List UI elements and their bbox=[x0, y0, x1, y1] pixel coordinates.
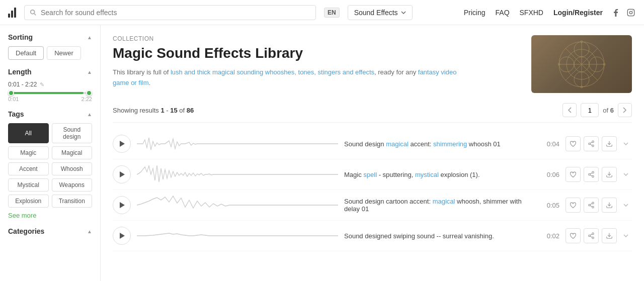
waveform-3 bbox=[137, 195, 338, 215]
sound-actions-4 bbox=[566, 228, 632, 243]
share-button-4[interactable] bbox=[584, 228, 599, 243]
instagram-icon[interactable] bbox=[626, 8, 636, 18]
share-button-1[interactable] bbox=[584, 136, 599, 151]
sort-newer-button[interactable]: Newer bbox=[47, 46, 81, 60]
heart-icon-2 bbox=[570, 171, 577, 177]
search-box[interactable] bbox=[24, 5, 316, 20]
length-chevron: ▲ bbox=[87, 69, 92, 75]
download-button-3[interactable] bbox=[602, 198, 617, 213]
header: EN Sound Effects Pricing FAQ SFXHD Login… bbox=[0, 0, 644, 25]
svg-point-38 bbox=[592, 233, 594, 235]
logo-bar-2 bbox=[11, 11, 13, 18]
play-icon-1 bbox=[120, 141, 125, 147]
tag-transition[interactable]: Transition bbox=[52, 195, 93, 208]
tag-magical[interactable]: Magical bbox=[52, 146, 93, 159]
waveform-4 bbox=[137, 226, 338, 246]
prev-page-button[interactable] bbox=[562, 103, 577, 117]
sound-effects-button[interactable]: Sound Effects bbox=[348, 5, 413, 20]
search-input[interactable] bbox=[41, 9, 310, 17]
play-icon-4 bbox=[120, 233, 125, 239]
svg-point-20 bbox=[592, 141, 594, 143]
length-edit-icon[interactable]: ✎ bbox=[40, 81, 44, 88]
download-icon-1 bbox=[606, 140, 613, 147]
length-slider[interactable] bbox=[8, 92, 92, 94]
favorite-button-4[interactable] bbox=[566, 228, 581, 243]
slider-thumb-right[interactable] bbox=[86, 90, 92, 96]
faq-link[interactable]: FAQ bbox=[496, 9, 510, 17]
svg-line-30 bbox=[590, 173, 592, 174]
highlight-magical-3: magical bbox=[433, 198, 455, 205]
svg-point-3 bbox=[629, 11, 632, 14]
favorite-button-2[interactable] bbox=[566, 167, 581, 182]
total-pages: 6 bbox=[610, 107, 614, 114]
play-button-2[interactable] bbox=[113, 165, 131, 183]
download-button-4[interactable] bbox=[602, 228, 617, 243]
sort-buttons: Default Newer bbox=[8, 46, 92, 60]
play-button-1[interactable] bbox=[113, 135, 131, 153]
tags-header[interactable]: Tags ▲ bbox=[8, 110, 92, 118]
share-icon-1 bbox=[588, 140, 595, 147]
next-page-button[interactable] bbox=[618, 103, 632, 117]
slider-max-label: 2:22 bbox=[82, 96, 92, 102]
app: EN Sound Effects Pricing FAQ SFXHD Login… bbox=[0, 0, 644, 281]
tag-accent[interactable]: Accent bbox=[8, 162, 49, 175]
highlight-shimmering-1: shimmering bbox=[433, 140, 467, 148]
desc-link-1[interactable]: lush and thick magical sounding whooshes… bbox=[171, 68, 374, 76]
expand-button-1[interactable] bbox=[620, 138, 632, 150]
page-input[interactable] bbox=[581, 103, 599, 117]
sorting-title: Sorting bbox=[8, 33, 33, 41]
slider-thumb-left[interactable] bbox=[8, 90, 14, 96]
svg-point-21 bbox=[589, 143, 591, 145]
download-icon-4 bbox=[606, 232, 613, 239]
svg-point-34 bbox=[592, 206, 594, 208]
facebook-icon[interactable] bbox=[611, 8, 621, 18]
chevron-right-icon bbox=[623, 107, 627, 113]
categories-header[interactable]: Categories ▲ bbox=[8, 227, 92, 235]
download-button-2[interactable] bbox=[602, 167, 617, 182]
chevron-expand-icon-1 bbox=[623, 142, 628, 145]
sorting-header[interactable]: Sorting ▲ bbox=[8, 33, 92, 41]
sound-duration-3: 0:05 bbox=[541, 202, 559, 209]
expand-button-4[interactable] bbox=[620, 230, 632, 242]
share-button-3[interactable] bbox=[584, 198, 599, 213]
tag-explosion[interactable]: Explosion bbox=[8, 195, 49, 208]
waveform-1 bbox=[137, 134, 338, 154]
tag-sound-design[interactable]: Sound design bbox=[52, 123, 93, 143]
length-title: Length bbox=[8, 68, 32, 76]
sound-name-1: Sound design magical accent: shimmering … bbox=[344, 140, 535, 148]
sfxhd-link[interactable]: SFXHD bbox=[520, 9, 543, 17]
tag-all[interactable]: All bbox=[8, 123, 49, 143]
results-range-start: 1 bbox=[160, 107, 164, 114]
favorite-button-1[interactable] bbox=[566, 136, 581, 151]
tag-weapons[interactable]: Weapons bbox=[52, 178, 93, 192]
tag-whoosh[interactable]: Whoosh bbox=[52, 162, 93, 175]
lang-badge[interactable]: EN bbox=[324, 8, 340, 18]
collection-title: Magic Sound Effects Library bbox=[113, 45, 519, 61]
slider-min-label: 0:01 bbox=[8, 96, 19, 102]
page-of-text: of 6 bbox=[603, 107, 614, 114]
pricing-link[interactable]: Pricing bbox=[464, 9, 486, 17]
length-header[interactable]: Length ▲ bbox=[8, 68, 92, 76]
svg-point-27 bbox=[589, 173, 591, 175]
share-button-2[interactable] bbox=[584, 167, 599, 182]
play-icon-2 bbox=[120, 171, 125, 177]
expand-button-2[interactable] bbox=[620, 168, 632, 180]
favorite-button-3[interactable] bbox=[566, 198, 581, 213]
play-button-4[interactable] bbox=[113, 227, 131, 245]
sort-default-button[interactable]: Default bbox=[8, 46, 44, 60]
see-more-link[interactable]: See more bbox=[8, 212, 92, 219]
chevron-expand-icon-2 bbox=[623, 173, 628, 176]
tag-mystical[interactable]: Mystical bbox=[8, 178, 49, 192]
slider-labels: 0:01 2:22 bbox=[8, 96, 92, 102]
svg-point-39 bbox=[589, 235, 591, 237]
slider-track bbox=[8, 92, 92, 94]
play-button-3[interactable] bbox=[113, 196, 131, 214]
heart-icon-3 bbox=[570, 202, 577, 208]
login-link[interactable]: Login/Register bbox=[553, 9, 603, 17]
download-button-1[interactable] bbox=[602, 136, 617, 151]
play-icon-3 bbox=[120, 202, 125, 208]
svg-line-36 bbox=[590, 204, 592, 205]
expand-button-3[interactable] bbox=[620, 199, 632, 211]
svg-line-24 bbox=[590, 142, 592, 143]
tag-magic[interactable]: Magic bbox=[8, 146, 49, 159]
